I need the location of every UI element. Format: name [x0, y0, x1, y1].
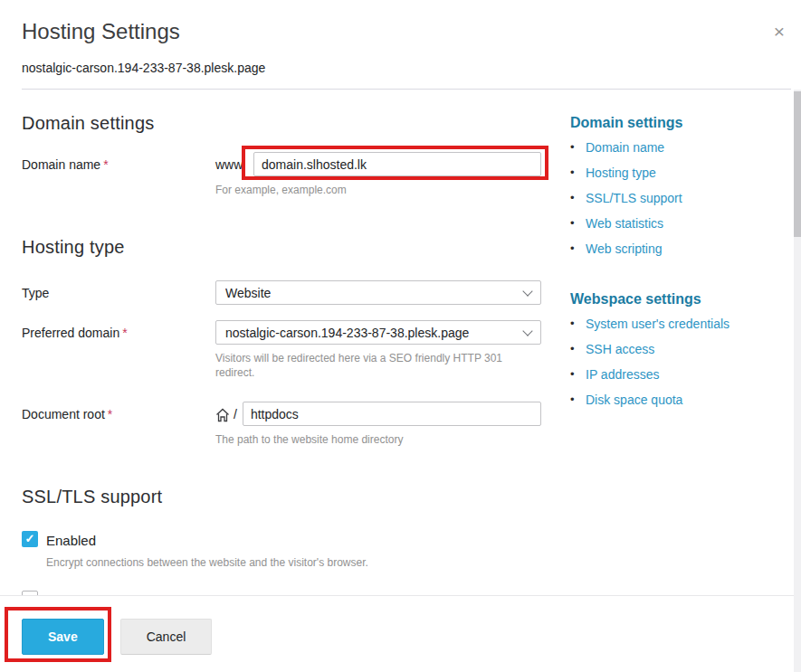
chevron-down-icon	[522, 326, 532, 336]
bullet-icon: •	[570, 365, 586, 383]
section-heading-ssl: SSL/TLS support	[22, 487, 541, 507]
toc-link-system-user[interactable]: System user's credentials	[586, 315, 729, 333]
bullet-icon: •	[570, 189, 586, 207]
toc-sidebar: Domain settings • Domain name • Hosting …	[570, 113, 783, 648]
bullet-icon: •	[570, 391, 586, 409]
toc-item-domain-name: • Domain name	[570, 138, 783, 156]
ssl-enabled-hint: Encrypt connections between the website …	[46, 556, 541, 569]
www-prefix: www.	[215, 156, 253, 172]
toc-item-web-statistics: • Web statistics	[570, 214, 783, 232]
document-root-row: Document root* / The path to the website	[22, 402, 541, 447]
toc-link-web-statistics[interactable]: Web statistics	[586, 214, 663, 232]
toc-item-ssh-access: • SSH access	[570, 340, 783, 358]
toc-item-system-user: • System user's credentials	[570, 315, 783, 333]
form-column: Domain settings Domain name* www. For ex…	[22, 113, 541, 648]
required-asterisk: *	[122, 326, 127, 340]
ssl-enabled-group: ✓ Enabled Encrypt connections between th…	[22, 531, 541, 569]
save-button[interactable]: Save	[22, 619, 104, 655]
toc-link-ssl-support[interactable]: SSL/TLS support	[586, 189, 682, 207]
preferred-domain-row: Preferred domain* nostalgic-carson.194-2…	[22, 320, 541, 380]
toc-link-ssh-access[interactable]: SSH access	[586, 340, 654, 358]
ssl-enabled-label: Enabled	[46, 531, 96, 549]
bullet-icon: •	[570, 315, 586, 333]
document-root-hint: The path to the website home directory	[215, 432, 541, 447]
required-asterisk: *	[108, 407, 112, 421]
close-icon[interactable]: ×	[769, 23, 789, 43]
bullet-icon: •	[570, 340, 586, 358]
bullet-icon: •	[570, 138, 586, 156]
path-slash: /	[234, 407, 237, 421]
section-heading-hosting-type: Hosting type	[22, 237, 541, 258]
toc-list-domain: • Domain name • Hosting type • SSL/TLS s…	[570, 138, 783, 258]
toc-link-disk-space-quota[interactable]: Disk space quota	[586, 391, 682, 409]
toc-item-ssl-support: • SSL/TLS support	[570, 189, 783, 207]
home-icon	[215, 408, 230, 422]
document-root-input[interactable]	[243, 402, 541, 426]
type-row: Type Website	[22, 280, 541, 305]
domain-name-label: Domain name*	[22, 152, 215, 197]
section-heading-domain-settings: Domain settings	[22, 113, 541, 134]
preferred-domain-select[interactable]: nostalgic-carson.194-233-87-38.plesk.pag…	[215, 320, 541, 345]
preferred-domain-hint: Visitors will be redirected here via a S…	[215, 351, 541, 380]
domain-name-row: Domain name* www. For example, example.c…	[22, 152, 541, 197]
required-asterisk: *	[103, 157, 108, 172]
dialog-header: Hosting Settings nostalgic-carson.194-23…	[0, 0, 801, 75]
type-select-value: Website	[225, 286, 517, 300]
toc-heading-domain-settings[interactable]: Domain settings	[570, 115, 783, 131]
dialog-subtitle: nostalgic-carson.194-233-87-38.plesk.pag…	[22, 61, 779, 75]
toc-item-hosting-type: • Hosting type	[570, 164, 783, 182]
type-label: Type	[22, 280, 215, 305]
cancel-button[interactable]: Cancel	[120, 619, 213, 655]
document-root-label: Document root*	[22, 402, 215, 447]
domain-name-input[interactable]	[253, 152, 541, 176]
scrollbar-thumb[interactable]	[794, 91, 801, 237]
dialog-footer: Save Cancel	[0, 595, 794, 672]
domain-name-control: www. For example, example.com	[215, 152, 541, 197]
toc-link-web-scripting[interactable]: Web scripting	[586, 240, 663, 258]
toc-list-webspace: • System user's credentials • SSH access…	[570, 315, 783, 409]
domain-name-hint: For example, example.com	[215, 183, 541, 197]
chevron-down-icon	[522, 286, 532, 296]
toc-item-disk-space-quota: • Disk space quota	[570, 391, 783, 409]
toc-heading-webspace-settings[interactable]: Webspace settings	[570, 291, 783, 308]
bullet-icon: •	[570, 164, 586, 182]
type-select[interactable]: Website	[215, 280, 541, 305]
bullet-icon: •	[570, 240, 586, 258]
toc-item-web-scripting: • Web scripting	[570, 240, 783, 258]
dialog-body: Domain settings Domain name* www. For ex…	[0, 90, 794, 672]
toc-link-ip-addresses[interactable]: IP addresses	[586, 365, 659, 383]
preferred-domain-select-value: nostalgic-carson.194-233-87-38.plesk.pag…	[225, 326, 517, 340]
toc-link-domain-name[interactable]: Domain name	[586, 138, 664, 156]
bullet-icon: •	[570, 214, 586, 232]
ssl-enabled-checkbox[interactable]: ✓	[22, 531, 38, 547]
toc-link-hosting-type[interactable]: Hosting type	[586, 164, 656, 182]
dialog-title: Hosting Settings	[22, 19, 779, 44]
preferred-domain-label: Preferred domain*	[22, 320, 215, 380]
vertical-scrollbar[interactable]	[794, 90, 801, 672]
toc-item-ip-addresses: • IP addresses	[570, 365, 783, 383]
